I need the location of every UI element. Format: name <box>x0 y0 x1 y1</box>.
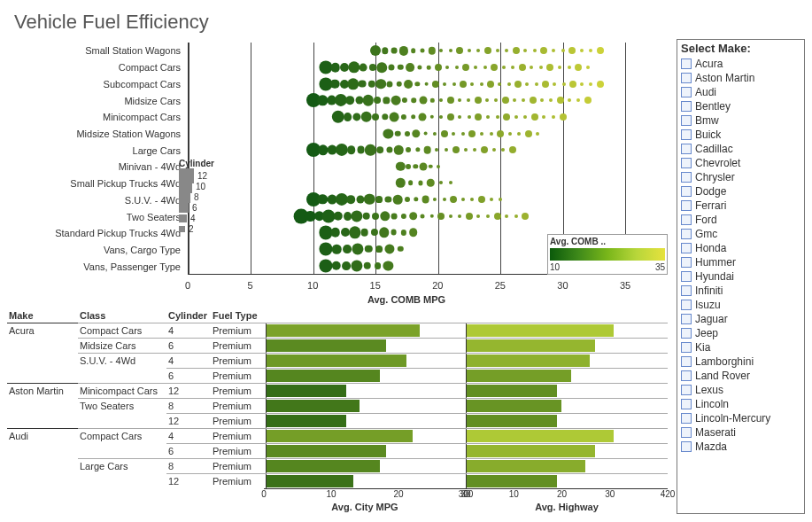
data-point[interactable] <box>401 214 406 219</box>
data-point[interactable] <box>421 214 425 218</box>
data-point[interactable] <box>561 49 565 52</box>
city-bar[interactable] <box>267 445 386 457</box>
data-point[interactable] <box>344 113 352 121</box>
make-filter-item[interactable]: Isuzu <box>681 298 800 312</box>
data-point[interactable] <box>530 66 533 69</box>
data-point[interactable] <box>542 115 545 119</box>
data-point[interactable] <box>404 80 413 89</box>
data-point[interactable] <box>503 113 510 121</box>
data-point[interactable] <box>540 47 547 54</box>
data-point[interactable] <box>347 78 359 90</box>
data-point[interactable] <box>352 243 364 254</box>
data-point[interactable] <box>502 66 506 69</box>
data-point[interactable] <box>439 115 443 119</box>
data-point[interactable] <box>445 148 448 152</box>
data-point[interactable] <box>400 230 406 235</box>
data-point[interactable] <box>466 213 473 220</box>
data-point[interactable] <box>549 98 553 102</box>
data-point[interactable] <box>452 146 460 153</box>
data-point[interactable] <box>383 261 393 270</box>
data-point[interactable] <box>467 98 470 102</box>
data-point[interactable] <box>319 259 332 272</box>
data-point[interactable] <box>377 62 388 73</box>
make-filter-item[interactable]: Lincoln-Mercury <box>681 411 800 425</box>
data-point[interactable] <box>370 45 381 56</box>
data-point[interactable] <box>496 49 499 52</box>
data-point[interactable] <box>342 261 351 270</box>
data-point[interactable] <box>584 97 592 104</box>
data-point[interactable] <box>409 212 418 221</box>
data-point[interactable] <box>505 49 508 52</box>
data-point[interactable] <box>437 213 445 220</box>
data-point[interactable] <box>399 46 408 55</box>
data-point[interactable] <box>428 47 435 54</box>
data-point[interactable] <box>540 98 544 102</box>
data-point[interactable] <box>546 64 553 71</box>
data-point[interactable] <box>423 131 428 136</box>
data-point[interactable] <box>334 212 343 221</box>
data-point[interactable] <box>330 63 340 73</box>
make-filter-item[interactable]: Hummer <box>681 255 800 269</box>
data-point[interactable] <box>492 148 496 152</box>
data-point[interactable] <box>499 198 502 201</box>
make-filter-item[interactable]: Jaguar <box>681 312 800 326</box>
hwy-bar[interactable] <box>467 460 585 472</box>
data-point[interactable] <box>502 97 509 104</box>
make-filter-item[interactable]: Ford <box>681 213 800 227</box>
data-point[interactable] <box>412 97 417 103</box>
city-bar[interactable] <box>267 324 420 337</box>
make-filter-item[interactable]: Jeep <box>681 326 800 340</box>
data-point[interactable] <box>452 82 456 86</box>
data-point[interactable] <box>597 47 604 54</box>
make-filter-item[interactable]: Mazda <box>681 440 800 454</box>
data-point[interactable] <box>343 245 352 253</box>
data-point[interactable] <box>330 79 340 89</box>
data-point[interactable] <box>391 48 398 54</box>
data-point[interactable] <box>461 198 465 201</box>
data-point[interactable] <box>450 196 457 203</box>
data-point[interactable] <box>375 196 383 203</box>
data-point[interactable] <box>427 179 434 186</box>
data-point[interactable] <box>486 214 490 218</box>
data-point[interactable] <box>461 132 465 136</box>
data-point[interactable] <box>476 214 480 218</box>
data-point[interactable] <box>411 49 416 54</box>
data-point[interactable] <box>533 49 537 52</box>
data-point[interactable] <box>530 97 537 104</box>
data-point[interactable] <box>458 214 461 218</box>
hwy-bar[interactable] <box>467 415 557 427</box>
hwy-bar[interactable] <box>467 339 595 352</box>
data-point[interactable] <box>331 261 341 270</box>
data-point[interactable] <box>332 245 342 254</box>
data-point[interactable] <box>419 162 427 170</box>
make-filter-item[interactable]: Lamborghini <box>681 354 800 369</box>
data-point[interactable] <box>439 181 443 184</box>
data-point[interactable] <box>412 129 420 137</box>
data-point[interactable] <box>475 113 482 121</box>
data-point[interactable] <box>419 113 427 121</box>
data-point[interactable] <box>552 49 555 52</box>
data-point[interactable] <box>430 98 434 102</box>
make-filter-item[interactable]: Gmc <box>681 227 800 241</box>
data-point[interactable] <box>508 132 512 136</box>
data-point[interactable] <box>589 49 592 52</box>
data-point[interactable] <box>421 196 429 204</box>
data-point[interactable] <box>364 194 375 205</box>
data-point[interactable] <box>443 82 446 86</box>
data-point[interactable] <box>396 81 402 87</box>
data-point[interactable] <box>359 80 367 88</box>
data-point[interactable] <box>494 98 498 102</box>
data-point[interactable] <box>443 198 446 201</box>
data-point[interactable] <box>362 212 370 220</box>
hwy-bar[interactable] <box>467 445 595 457</box>
data-point[interactable] <box>576 98 580 102</box>
data-point[interactable] <box>346 195 355 204</box>
data-point[interactable] <box>456 47 463 54</box>
data-point[interactable] <box>396 162 405 171</box>
data-point[interactable] <box>391 96 400 105</box>
make-filter-item[interactable]: Acura <box>681 57 800 71</box>
data-point[interactable] <box>497 130 504 137</box>
data-point[interactable] <box>423 146 431 154</box>
city-bar[interactable] <box>267 400 360 412</box>
data-point[interactable] <box>395 130 401 136</box>
